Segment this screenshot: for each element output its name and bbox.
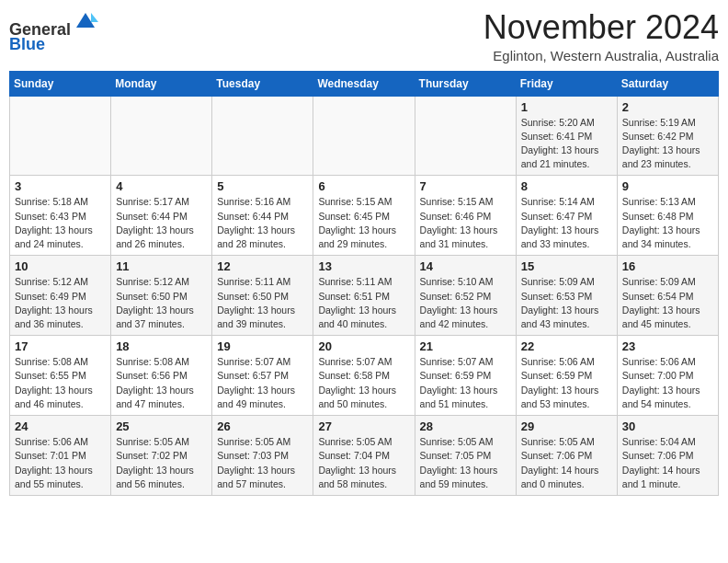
- day-info: Sunrise: 5:06 AM Sunset: 6:59 PM Dayligh…: [521, 355, 612, 411]
- day-number: 10: [15, 259, 106, 273]
- calendar-cell: 17Sunrise: 5:08 AM Sunset: 6:55 PM Dayli…: [10, 336, 111, 416]
- day-number: 17: [15, 339, 106, 353]
- header-day-wednesday: Wednesday: [313, 71, 415, 96]
- day-info: Sunrise: 5:07 AM Sunset: 6:59 PM Dayligh…: [420, 355, 511, 411]
- day-info: Sunrise: 5:05 AM Sunset: 7:02 PM Dayligh…: [116, 435, 207, 491]
- header-day-sunday: Sunday: [10, 71, 111, 96]
- calendar-cell: 22Sunrise: 5:06 AM Sunset: 6:59 PM Dayli…: [516, 336, 617, 416]
- calendar-body: 1Sunrise: 5:20 AM Sunset: 6:41 PM Daylig…: [10, 96, 719, 495]
- day-info: Sunrise: 5:08 AM Sunset: 6:56 PM Dayligh…: [116, 355, 207, 411]
- day-info: Sunrise: 5:10 AM Sunset: 6:52 PM Dayligh…: [420, 275, 511, 331]
- calendar-cell: [10, 96, 111, 176]
- day-info: Sunrise: 5:08 AM Sunset: 6:55 PM Dayligh…: [15, 355, 106, 411]
- day-info: Sunrise: 5:19 AM Sunset: 6:42 PM Dayligh…: [622, 116, 713, 172]
- day-info: Sunrise: 5:12 AM Sunset: 6:50 PM Dayligh…: [116, 275, 207, 331]
- calendar-cell: 18Sunrise: 5:08 AM Sunset: 6:56 PM Dayli…: [111, 336, 212, 416]
- svg-marker-1: [91, 13, 98, 22]
- day-info: Sunrise: 5:05 AM Sunset: 7:05 PM Dayligh…: [420, 435, 511, 491]
- day-info: Sunrise: 5:09 AM Sunset: 6:53 PM Dayligh…: [521, 275, 612, 331]
- calendar-cell: 9Sunrise: 5:13 AM Sunset: 6:48 PM Daylig…: [617, 176, 718, 256]
- title-block: November 2024 Eglinton, Western Australi…: [483, 9, 719, 63]
- page-header: General Blue November 2024 Eglinton, Wes…: [9, 9, 719, 63]
- logo-blue-text: Blue: [9, 35, 45, 53]
- day-number: 20: [318, 339, 409, 353]
- day-info: Sunrise: 5:05 AM Sunset: 7:04 PM Dayligh…: [318, 435, 409, 491]
- calendar-cell: 29Sunrise: 5:05 AM Sunset: 7:06 PM Dayli…: [516, 416, 617, 496]
- day-number: 6: [318, 179, 409, 193]
- calendar-cell: 2Sunrise: 5:19 AM Sunset: 6:42 PM Daylig…: [617, 96, 718, 176]
- day-info: Sunrise: 5:06 AM Sunset: 7:01 PM Dayligh…: [15, 435, 106, 491]
- day-number: 2: [622, 100, 713, 114]
- day-number: 9: [622, 179, 713, 193]
- day-number: 25: [116, 419, 207, 433]
- day-number: 16: [622, 259, 713, 273]
- logo: General Blue: [9, 13, 98, 54]
- day-info: Sunrise: 5:11 AM Sunset: 6:50 PM Dayligh…: [217, 275, 308, 331]
- day-info: Sunrise: 5:04 AM Sunset: 7:06 PM Dayligh…: [622, 435, 713, 491]
- calendar-cell: 13Sunrise: 5:11 AM Sunset: 6:51 PM Dayli…: [313, 256, 415, 336]
- calendar-cell: [212, 96, 313, 176]
- day-number: 23: [622, 339, 713, 353]
- day-info: Sunrise: 5:05 AM Sunset: 7:06 PM Dayligh…: [521, 435, 612, 491]
- week-row-1: 1Sunrise: 5:20 AM Sunset: 6:41 PM Daylig…: [10, 96, 719, 176]
- day-number: 15: [521, 259, 612, 273]
- day-number: 18: [116, 339, 207, 353]
- day-number: 14: [420, 259, 511, 273]
- calendar-cell: 1Sunrise: 5:20 AM Sunset: 6:41 PM Daylig…: [516, 96, 617, 176]
- calendar-cell: 26Sunrise: 5:05 AM Sunset: 7:03 PM Dayli…: [212, 416, 313, 496]
- day-number: 5: [217, 179, 308, 193]
- day-number: 19: [217, 339, 308, 353]
- calendar-cell: [313, 96, 415, 176]
- header-day-friday: Friday: [516, 71, 617, 96]
- header-day-saturday: Saturday: [617, 71, 718, 96]
- day-info: Sunrise: 5:09 AM Sunset: 6:54 PM Dayligh…: [622, 275, 713, 331]
- calendar-cell: 4Sunrise: 5:17 AM Sunset: 6:44 PM Daylig…: [111, 176, 212, 256]
- header-day-tuesday: Tuesday: [212, 71, 313, 96]
- day-number: 13: [318, 259, 409, 273]
- calendar-cell: 7Sunrise: 5:15 AM Sunset: 6:46 PM Daylig…: [415, 176, 516, 256]
- day-info: Sunrise: 5:15 AM Sunset: 6:46 PM Dayligh…: [420, 195, 511, 251]
- day-info: Sunrise: 5:15 AM Sunset: 6:45 PM Dayligh…: [318, 195, 409, 251]
- calendar-table: SundayMondayTuesdayWednesdayThursdayFrid…: [9, 71, 719, 496]
- calendar-cell: 30Sunrise: 5:04 AM Sunset: 7:06 PM Dayli…: [617, 416, 718, 496]
- calendar-cell: 3Sunrise: 5:18 AM Sunset: 6:43 PM Daylig…: [10, 176, 111, 256]
- calendar-cell: 12Sunrise: 5:11 AM Sunset: 6:50 PM Dayli…: [212, 256, 313, 336]
- calendar-cell: 28Sunrise: 5:05 AM Sunset: 7:05 PM Dayli…: [415, 416, 516, 496]
- day-info: Sunrise: 5:16 AM Sunset: 6:44 PM Dayligh…: [217, 195, 308, 251]
- day-info: Sunrise: 5:07 AM Sunset: 6:57 PM Dayligh…: [217, 355, 308, 411]
- day-info: Sunrise: 5:11 AM Sunset: 6:51 PM Dayligh…: [318, 275, 409, 331]
- calendar-cell: 27Sunrise: 5:05 AM Sunset: 7:04 PM Dayli…: [313, 416, 415, 496]
- logo-icon: [73, 9, 98, 35]
- calendar-cell: 11Sunrise: 5:12 AM Sunset: 6:50 PM Dayli…: [111, 256, 212, 336]
- calendar-cell: [415, 96, 516, 176]
- calendar-cell: 19Sunrise: 5:07 AM Sunset: 6:57 PM Dayli…: [212, 336, 313, 416]
- calendar-cell: 21Sunrise: 5:07 AM Sunset: 6:59 PM Dayli…: [415, 336, 516, 416]
- calendar-cell: [111, 96, 212, 176]
- calendar-cell: 15Sunrise: 5:09 AM Sunset: 6:53 PM Dayli…: [516, 256, 617, 336]
- day-info: Sunrise: 5:05 AM Sunset: 7:03 PM Dayligh…: [217, 435, 308, 491]
- week-row-2: 3Sunrise: 5:18 AM Sunset: 6:43 PM Daylig…: [10, 176, 719, 256]
- calendar-cell: 8Sunrise: 5:14 AM Sunset: 6:47 PM Daylig…: [516, 176, 617, 256]
- day-number: 4: [116, 179, 207, 193]
- day-info: Sunrise: 5:17 AM Sunset: 6:44 PM Dayligh…: [116, 195, 207, 251]
- calendar-cell: 16Sunrise: 5:09 AM Sunset: 6:54 PM Dayli…: [617, 256, 718, 336]
- day-info: Sunrise: 5:07 AM Sunset: 6:58 PM Dayligh…: [318, 355, 409, 411]
- day-number: 30: [622, 419, 713, 433]
- location-subtitle: Eglinton, Western Australia, Australia: [483, 48, 719, 63]
- day-number: 29: [521, 419, 612, 433]
- calendar-cell: 6Sunrise: 5:15 AM Sunset: 6:45 PM Daylig…: [313, 176, 415, 256]
- day-info: Sunrise: 5:14 AM Sunset: 6:47 PM Dayligh…: [521, 195, 612, 251]
- calendar-cell: 25Sunrise: 5:05 AM Sunset: 7:02 PM Dayli…: [111, 416, 212, 496]
- day-number: 26: [217, 419, 308, 433]
- week-row-4: 17Sunrise: 5:08 AM Sunset: 6:55 PM Dayli…: [10, 336, 719, 416]
- day-number: 22: [521, 339, 612, 353]
- day-info: Sunrise: 5:13 AM Sunset: 6:48 PM Dayligh…: [622, 195, 713, 251]
- day-number: 27: [318, 419, 409, 433]
- header-row: SundayMondayTuesdayWednesdayThursdayFrid…: [10, 71, 719, 96]
- week-row-5: 24Sunrise: 5:06 AM Sunset: 7:01 PM Dayli…: [10, 416, 719, 496]
- calendar-cell: 24Sunrise: 5:06 AM Sunset: 7:01 PM Dayli…: [10, 416, 111, 496]
- calendar-cell: 23Sunrise: 5:06 AM Sunset: 7:00 PM Dayli…: [617, 336, 718, 416]
- day-number: 7: [420, 179, 511, 193]
- calendar-cell: 14Sunrise: 5:10 AM Sunset: 6:52 PM Dayli…: [415, 256, 516, 336]
- day-info: Sunrise: 5:20 AM Sunset: 6:41 PM Dayligh…: [521, 116, 612, 172]
